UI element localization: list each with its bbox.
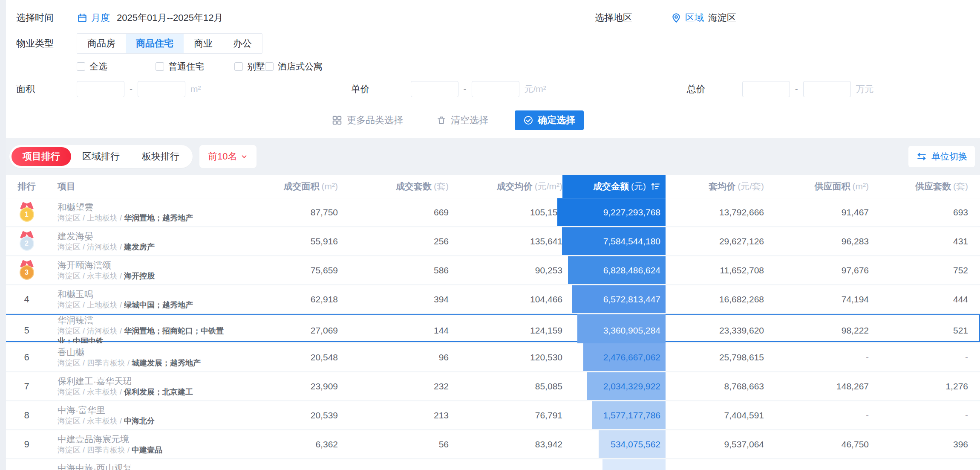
table-row[interactable]: 7 保利建工·嘉华天珺 海淀区 / 永丰板块 / 保利发展；北京建工 23,90… [0,372,980,401]
deal-amount-value: 7,584,544,180 [603,236,660,247]
time-range-value[interactable]: 2025年01月--2025年12月 [117,12,223,24]
top-n-dropdown[interactable]: 前10名 [199,145,257,168]
deal-area-value: 55,916 [236,227,338,255]
unit-switch-button[interactable]: 单位切换 [908,146,975,167]
supply-area-value: - [764,343,869,371]
deal-amount-cell: 521,964,164 [562,459,666,470]
per-unit-price-value: 11,652,708 [666,256,764,284]
per-unit-price-value: 25,798,615 [666,343,764,371]
per-unit-price-value: 10,652,330 [666,459,764,470]
deal-units-value: 256 [338,227,449,255]
unit-price-unit: 元/m² [525,83,546,95]
rank-number: 8 [24,410,29,421]
project-name[interactable]: 香山樾 [58,346,84,358]
property-type-option-commodity[interactable]: 商品房 [77,34,126,53]
deal-units-value: 96 [338,343,449,371]
project-developers: 中建壹品 [132,446,162,454]
project-cell: 华润臻澐 海淀区 / 清河板块 / 华润置地；招商蛇口；中铁置业；中国中铁 [53,314,236,346]
project-cell: 保利建工·嘉华天珺 海淀区 / 永丰板块 / 保利发展；北京建工 [53,372,236,400]
supply-units-value: 396 [869,430,968,458]
project-developers: 城建发展；越秀地产 [132,359,201,367]
project-name[interactable]: 海开颐海澐颂 [58,259,111,271]
table-row[interactable]: 3 海开颐海澐颂 海淀区 / 永丰板块 / 海开控股 75,659 586 90… [0,256,980,285]
area-range-label: 面积 [16,83,77,96]
project-name[interactable]: 中建壹品海宸元境 [58,433,129,445]
tab-project-ranking[interactable]: 项目排行 [12,147,71,166]
region-value[interactable]: 海淀区 [708,12,736,24]
table-row[interactable]: 4 和樾玉鳴 海淀区 / 上地板块 / 绿城中国；越秀地产 62,918 394… [0,285,980,314]
deal-units-value: 586 [338,256,449,284]
deal-units-value: 213 [338,401,449,429]
subtype-checkbox-hotel-apartment[interactable]: 酒店式公寓 [265,61,323,73]
supply-area-value: 46,750 [764,430,869,458]
property-type-option-office[interactable]: 办公 [223,34,262,53]
total-price-max-input[interactable] [803,81,851,97]
project-cell: 和樾玉鳴 海淀区 / 上地板块 / 绿城中国；越秀地产 [53,285,236,313]
project-name[interactable]: 中海中旅·西山观复 [58,462,132,470]
subtype-checkbox-villa[interactable]: 别墅 [234,61,265,73]
deal-amount-bar: 3,360,905,284 [577,314,666,346]
header-supply-area: 供应面积(m²) [764,175,869,198]
supply-units-value: 752 [869,256,968,284]
more-categories-button[interactable]: 更多品类选择 [331,114,403,127]
unit-price-min-input[interactable] [411,81,458,97]
header-supply-units: 供应套数(套) [869,175,968,198]
area-max-input[interactable] [138,81,185,97]
rank-cell: 5 [0,314,53,346]
total-price-min-input[interactable] [742,81,790,97]
table-row[interactable]: 10 中海中旅·西山观复 海淀区 / 翠湖板块 / 中旅地产；中海北分 7,12… [0,459,980,470]
deal-avg-price-value: 85,085 [449,372,562,400]
supply-units-value: 1,276 [869,372,968,400]
checkbox-icon[interactable] [234,62,243,71]
area-unit: m² [190,84,201,94]
unit-price-max-input[interactable] [472,81,519,97]
table-row[interactable]: 5 华润臻澐 海淀区 / 清河板块 / 华润置地；招商蛇口；中铁置业；中国中铁 … [0,314,980,343]
per-unit-price-value: 29,627,126 [666,227,764,255]
calendar-icon[interactable] [77,12,88,23]
checkbox-icon[interactable] [265,62,274,71]
rank-cell: 4 [0,285,53,313]
project-subline: 海淀区 / 四季青板块 / 中建壹品 [58,445,162,455]
supply-units-value: - [869,343,968,371]
header-project: 项目 [53,175,236,198]
rank-medal-icon: 1 [18,202,35,223]
tab-district-ranking[interactable]: 区域排行 [71,147,131,166]
location-pin-icon[interactable] [671,12,682,23]
table-row[interactable]: 6 香山樾 海淀区 / 四季青板块 / 城建发展；越秀地产 20,548 96 … [0,343,980,372]
table-row[interactable]: 8 中海·富华里 海淀区 / 永丰板块 / 中海北分 20,539 213 76… [0,401,980,430]
page-left-gutter [0,0,6,470]
property-type-option-commercial[interactable]: 商业 [184,34,223,53]
project-name[interactable]: 华润臻澐 [58,314,93,326]
checkbox-icon[interactable] [77,62,85,71]
table-row[interactable]: 9 中建壹品海宸元境 海淀区 / 四季青板块 / 中建壹品 6,362 56 8… [0,430,980,459]
rank-cell: 10 [0,459,53,470]
deal-area-value: 23,909 [236,372,338,400]
table-row[interactable]: 2 建发海晏 海淀区 / 清河板块 / 建发房产 55,916 256 135,… [0,227,980,256]
per-unit-price-value: 9,537,064 [666,430,764,458]
project-name[interactable]: 和樾望雲 [58,201,93,213]
subtype-checkbox-all[interactable]: 全选 [77,61,156,73]
unit-price-label: 单价 [351,83,370,96]
supply-area-value: 91,467 [764,198,869,226]
rank-number: 9 [24,439,29,450]
tab-sector-ranking[interactable]: 板块排行 [131,147,190,166]
project-cell: 建发海晏 海淀区 / 清河板块 / 建发房产 [53,227,236,255]
deal-amount-bar: 1,577,177,786 [592,401,666,429]
header-deal-amount[interactable]: 成交金额(元) [562,175,666,198]
time-mode-link[interactable]: 月度 [91,12,110,24]
project-location: 海淀区 / 清河板块 / [58,327,124,335]
area-min-input[interactable] [77,81,124,97]
checkbox-icon[interactable] [156,62,164,71]
project-name[interactable]: 中海·富华里 [58,404,105,416]
project-name[interactable]: 建发海晏 [58,230,93,242]
subtype-checkbox-ordinary[interactable]: 普通住宅 [156,61,234,73]
confirm-selection-button[interactable]: 确定选择 [515,110,584,130]
deal-amount-cell: 7,584,544,180 [562,227,666,255]
region-type-link[interactable]: 区域 [685,12,704,24]
table-row[interactable]: 1 和樾望雲 海淀区 / 上地板块 / 华润置地；越秀地产 87,750 669… [0,198,980,227]
clear-selection-button[interactable]: 清空选择 [436,114,488,127]
project-name[interactable]: 保利建工·嘉华天珺 [58,375,132,387]
project-name[interactable]: 和樾玉鳴 [58,288,93,300]
property-type-option-residential[interactable]: 商品住宅 [126,34,184,53]
header-per-unit-price: 套均价(元/套) [666,175,764,198]
